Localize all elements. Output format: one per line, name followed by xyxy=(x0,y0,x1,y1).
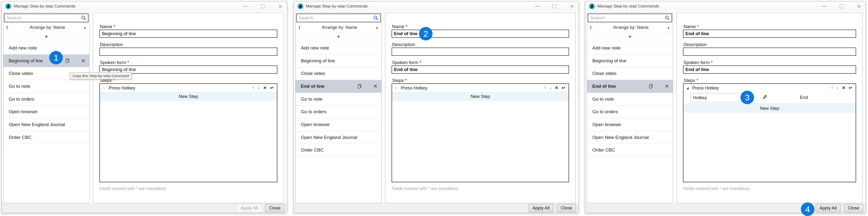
minimize-button[interactable] xyxy=(822,4,827,9)
move-step-up-icon[interactable]: ↑ xyxy=(544,86,546,90)
close-button[interactable]: Close xyxy=(265,204,284,212)
list-item[interactable]: Order CBC xyxy=(296,144,381,157)
apply-all-button[interactable]: Apply All xyxy=(816,204,841,212)
list-item-selected[interactable]: End of line ✕ xyxy=(296,80,381,93)
step-title[interactable]: Press Hotkey xyxy=(692,85,719,91)
list-item[interactable]: Beginning of line xyxy=(587,55,673,67)
list-item-label: Go to note xyxy=(9,84,30,89)
search-input[interactable] xyxy=(588,15,664,21)
new-step-button[interactable]: New Step xyxy=(683,104,856,113)
close-window-button[interactable]: ✕ xyxy=(856,4,862,9)
move-step-down-icon[interactable]: ↓ xyxy=(258,86,260,90)
move-step-up-icon[interactable]: ↑ xyxy=(252,86,255,90)
name-input[interactable] xyxy=(99,30,277,38)
search-input[interactable] xyxy=(297,15,373,21)
step-row-header: ▷ Press Hotkey ↑ ↓ ✕ ↩ xyxy=(100,84,277,92)
delete-command-icon[interactable]: ✕ xyxy=(664,84,669,89)
copy-command-icon[interactable] xyxy=(64,58,70,64)
step-title[interactable]: Press Hotkey xyxy=(108,85,135,91)
command-detail-panel: Name * Description Spoken form * Steps *… xyxy=(385,12,576,203)
list-item[interactable]: Open New England Journal xyxy=(587,131,673,144)
step-title[interactable]: Press Hotkey xyxy=(401,85,428,91)
list-item-selected[interactable]: End of line ✕ xyxy=(587,80,673,93)
close-button[interactable]: Close xyxy=(557,204,576,212)
arrange-by-label: Arrange by: Name xyxy=(303,25,376,30)
copy-command-icon[interactable] xyxy=(648,83,654,89)
dialog-window-3: Manage Step-by-step Commands ✕ ! Arrange… xyxy=(585,1,866,213)
steps-label: Steps * xyxy=(683,78,856,83)
name-input[interactable] xyxy=(683,30,856,38)
list-item[interactable]: Order CBC xyxy=(587,144,673,157)
list-item[interactable]: Go to note xyxy=(587,93,673,106)
list-item[interactable]: Open browser xyxy=(296,118,381,131)
arrange-by-label: Arrange by: Name xyxy=(595,25,667,30)
arrange-by-header[interactable]: ! Arrange by: Name ▲ xyxy=(587,23,673,32)
move-step-down-icon[interactable]: ↓ xyxy=(836,86,839,90)
title-bar: Manage Step-by-step Commands ✕ xyxy=(294,1,579,11)
list-item[interactable]: Order CBC xyxy=(3,131,89,144)
name-input[interactable] xyxy=(392,30,569,38)
apply-all-button[interactable]: Apply All xyxy=(237,204,262,212)
steps-box: ◢ Press Hotkey ↑ ↓ ✕ ↩ Hotkey ✎ End New … xyxy=(683,83,856,182)
maximize-button[interactable] xyxy=(260,4,266,9)
maximize-button[interactable] xyxy=(552,4,557,9)
close-button[interactable]: Close xyxy=(844,204,863,212)
add-command-button[interactable]: + xyxy=(3,32,89,42)
edit-pencil-icon[interactable]: ✎ xyxy=(762,94,767,101)
list-item[interactable]: Open browser xyxy=(587,118,673,131)
delete-command-icon[interactable]: ✕ xyxy=(373,84,377,89)
arrange-by-header[interactable]: ! Arrange by: Name ▲ xyxy=(3,23,89,32)
list-item[interactable]: Close video xyxy=(296,67,381,80)
list-item[interactable]: Beginning of line xyxy=(296,55,381,67)
list-item[interactable]: Add new note xyxy=(3,42,89,55)
list-item[interactable]: Close video xyxy=(587,67,673,80)
expander-expanded-icon[interactable]: ◢ xyxy=(686,86,692,90)
hotkey-field[interactable]: Hotkey xyxy=(690,93,747,102)
new-step-button[interactable]: New Step xyxy=(100,92,277,101)
list-item[interactable]: Go to note xyxy=(296,93,381,106)
undo-step-icon[interactable]: ↩ xyxy=(849,86,852,90)
close-window-button[interactable]: ✕ xyxy=(569,4,575,9)
list-item[interactable]: Add new note xyxy=(296,42,381,55)
copy-command-icon[interactable] xyxy=(356,83,363,89)
list-item[interactable]: Add new note xyxy=(587,42,673,55)
description-input[interactable] xyxy=(392,48,569,56)
list-item[interactable]: Go to orders xyxy=(587,105,673,118)
list-item[interactable]: Open New England Journal xyxy=(296,131,381,144)
description-input[interactable] xyxy=(683,48,856,56)
minimize-button[interactable] xyxy=(534,4,540,9)
delete-command-icon[interactable]: ✕ xyxy=(81,58,85,63)
list-item-selected[interactable]: Beginning of line ✕ xyxy=(3,55,89,67)
spoken-form-input[interactable] xyxy=(392,65,569,74)
add-command-button[interactable]: + xyxy=(587,32,673,42)
maximize-button[interactable] xyxy=(839,4,844,9)
list-item[interactable]: Go to note xyxy=(3,80,89,93)
list-item-label: Open browser xyxy=(9,109,38,115)
undo-step-icon[interactable]: ↩ xyxy=(270,86,274,90)
search-input[interactable] xyxy=(5,15,81,21)
search-box xyxy=(296,13,381,22)
delete-step-icon[interactable]: ✕ xyxy=(555,86,558,90)
apply-all-button[interactable]: Apply All xyxy=(529,204,554,212)
list-item[interactable]: Open browser xyxy=(3,105,89,118)
search-icon xyxy=(81,15,87,21)
delete-step-icon[interactable]: ✕ xyxy=(263,86,267,90)
description-input[interactable] xyxy=(99,48,277,56)
arrange-by-header[interactable]: ! Arrange by: Name ▲ xyxy=(296,23,381,32)
list-item[interactable]: Go to orders xyxy=(296,105,381,118)
move-step-down-icon[interactable]: ↓ xyxy=(550,86,552,90)
spoken-form-input[interactable] xyxy=(683,65,856,74)
list-item[interactable]: Go to orders xyxy=(3,93,89,106)
list-item-label: Go to note xyxy=(592,96,614,102)
move-step-up-icon[interactable]: ↑ xyxy=(831,86,833,90)
delete-step-icon[interactable]: ✕ xyxy=(842,86,845,90)
undo-step-icon[interactable]: ↩ xyxy=(562,86,565,90)
expander-collapsed-icon[interactable]: ▷ xyxy=(103,86,108,90)
minimize-button[interactable] xyxy=(243,4,248,9)
add-command-button[interactable]: + xyxy=(296,32,381,42)
expander-collapsed-icon[interactable]: ▷ xyxy=(395,86,401,90)
list-item[interactable]: Open New England Journal xyxy=(3,118,89,131)
spoken-form-label: Spoken form * xyxy=(100,60,277,65)
new-step-button[interactable]: New Step xyxy=(392,92,568,101)
close-window-button[interactable]: ✕ xyxy=(278,4,283,9)
